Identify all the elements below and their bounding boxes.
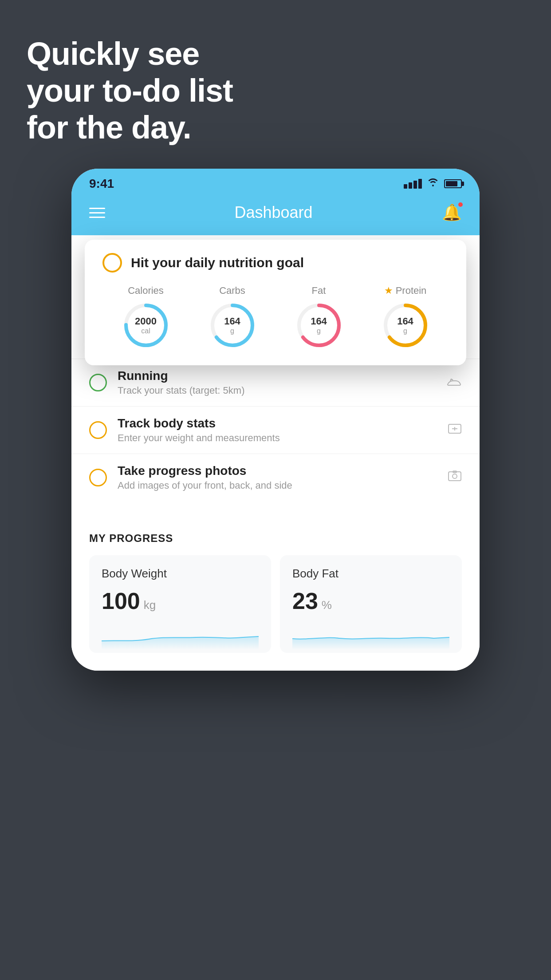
wifi-icon xyxy=(427,178,439,190)
protein-value: 164 xyxy=(397,316,413,327)
signal-icon xyxy=(404,179,422,189)
fat-label: Fat xyxy=(312,285,326,296)
todo-circle-body-stats xyxy=(89,421,107,439)
body-fat-value-row: 23 % xyxy=(292,588,449,614)
hero-text: Quickly see your to-do list for the day. xyxy=(27,36,233,146)
phone-body: THINGS TO DO TODAY Hit your daily nutrit… xyxy=(71,235,480,671)
body-fat-chart xyxy=(292,623,449,650)
carbs-unit: g xyxy=(224,327,240,335)
photo-icon xyxy=(448,469,462,486)
nutrition-card-title: Hit your daily nutrition goal xyxy=(131,255,304,270)
nutrition-card: Hit your daily nutrition goal Calories xyxy=(85,240,466,365)
app-header: Dashboard 🔔 xyxy=(71,194,480,235)
fat-chart: 164 g xyxy=(295,301,343,350)
body-weight-unit: kg xyxy=(144,598,156,612)
protein-unit: g xyxy=(397,327,413,335)
phone: 9:41 Dashboard xyxy=(71,169,480,671)
status-time: 9:41 xyxy=(89,177,114,191)
body-weight-value-row: 100 kg xyxy=(102,588,259,614)
battery-icon xyxy=(444,179,462,188)
hero-line1: Quickly see xyxy=(27,36,233,72)
todo-title-running: Running xyxy=(118,369,447,383)
status-icons xyxy=(404,178,462,190)
calories-unit: cal xyxy=(135,327,157,335)
header-title: Dashboard xyxy=(234,203,312,222)
progress-cards: Body Weight 100 kg xyxy=(89,555,462,653)
fat-value: 164 xyxy=(311,316,327,327)
carbs-label: Carbs xyxy=(219,285,245,296)
nutrition-item-protein: ★ Protein 164 g xyxy=(381,285,430,350)
bell-icon[interactable]: 🔔 xyxy=(442,203,462,222)
protein-label: Protein xyxy=(396,285,427,296)
todo-title-photos: Take progress photos xyxy=(118,464,448,478)
scale-icon xyxy=(448,422,462,439)
todo-circle-photos xyxy=(89,469,107,486)
hero-line3: for the day. xyxy=(27,109,233,146)
body-weight-chart xyxy=(102,623,259,650)
todo-title-body-stats: Track body stats xyxy=(118,416,448,431)
calories-value: 2000 xyxy=(135,316,157,327)
hamburger-icon[interactable] xyxy=(89,208,105,218)
card-title-row: Hit your daily nutrition goal xyxy=(102,253,449,273)
todo-text-body-stats: Track body stats Enter your weight and m… xyxy=(118,416,448,444)
todo-item-photos[interactable]: Take progress photos Add images of your … xyxy=(71,454,480,501)
todo-text-running: Running Track your stats (target: 5km) xyxy=(118,369,447,396)
body-weight-title: Body Weight xyxy=(102,567,259,581)
calories-label: Calories xyxy=(128,285,164,296)
todo-text-photos: Take progress photos Add images of your … xyxy=(118,464,448,491)
todo-item-body-stats[interactable]: Track body stats Enter your weight and m… xyxy=(71,406,480,454)
todo-subtitle-photos: Add images of your front, back, and side xyxy=(118,480,448,491)
nutrition-item-carbs: Carbs 164 g xyxy=(208,285,257,350)
nutrition-item-calories: Calories 2000 cal xyxy=(122,285,170,350)
body-fat-card[interactable]: Body Fat 23 % xyxy=(280,555,462,653)
hero-line2: your to-do list xyxy=(27,72,233,109)
todo-circle-running xyxy=(89,374,107,391)
nutrition-check-circle[interactable] xyxy=(102,253,122,273)
notification-dot xyxy=(457,202,464,208)
todo-item-running[interactable]: Running Track your stats (target: 5km) xyxy=(71,359,480,406)
todo-subtitle-running: Track your stats (target: 5km) xyxy=(118,385,447,396)
carbs-chart: 164 g xyxy=(208,301,257,350)
status-bar: 9:41 xyxy=(71,169,480,194)
body-fat-value: 23 xyxy=(292,588,318,614)
nutrition-item-fat: Fat 164 g xyxy=(295,285,343,350)
protein-chart: 164 g xyxy=(381,301,430,350)
body-weight-card[interactable]: Body Weight 100 kg xyxy=(89,555,271,653)
calories-chart: 2000 cal xyxy=(122,301,170,350)
svg-rect-9 xyxy=(449,472,461,481)
phone-bottom xyxy=(71,653,480,671)
todo-subtitle-body-stats: Enter your weight and measurements xyxy=(118,432,448,444)
protein-star-icon: ★ xyxy=(384,285,393,296)
carbs-value: 164 xyxy=(224,316,240,327)
fat-unit: g xyxy=(311,327,327,335)
progress-section: MY PROGRESS Body Weight 100 kg xyxy=(71,519,480,653)
shoe-icon xyxy=(447,375,462,390)
progress-header: MY PROGRESS xyxy=(89,532,462,545)
svg-point-10 xyxy=(453,474,457,478)
nutrition-circles: Calories 2000 cal xyxy=(102,285,449,350)
phone-wrapper: 9:41 Dashboard xyxy=(71,169,480,671)
body-fat-title: Body Fat xyxy=(292,567,449,581)
body-fat-unit: % xyxy=(322,598,332,612)
body-weight-value: 100 xyxy=(102,588,140,614)
